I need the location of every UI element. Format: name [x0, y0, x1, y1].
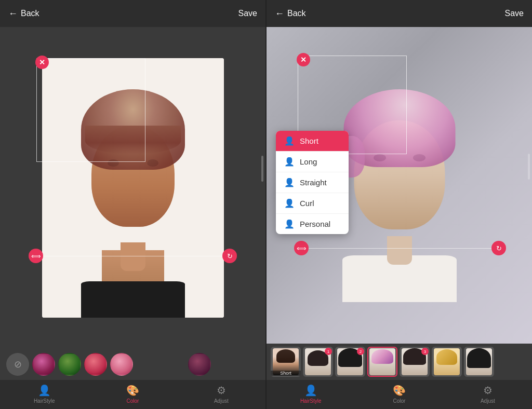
dropdown-item-personal[interactable]: 👤 Personal [276, 214, 349, 234]
dropdown-short-label: Short [300, 137, 318, 145]
dropdown-straight-label: Straight [300, 178, 327, 187]
color-swatch-7[interactable] [188, 353, 211, 376]
color-swatch-2[interactable] [58, 353, 81, 376]
color-swatch-5[interactable] [136, 353, 159, 376]
hair-thumb-1[interactable]: Short [271, 347, 301, 377]
right-dropdown-menu: 👤 Short 👤 Long 👤 Straight 👤 Curl 👤 Perso… [276, 131, 349, 234]
resize-left-icon-right: ⟺ [297, 244, 307, 252]
personal-icon: 👤 [284, 219, 295, 229]
rotate-right-icon-right: ↻ [496, 244, 502, 252]
hair-thumb-3[interactable]: 2 [335, 347, 365, 377]
hairstyle-icon-right: 👤 [304, 384, 317, 397]
adjust-icon-right: ⚙ [483, 384, 493, 397]
left-scroll-hint [261, 156, 263, 182]
color-swatch-3[interactable] [84, 353, 107, 376]
no-color-icon: ⊘ [14, 359, 22, 370]
left-face-close-button[interactable]: ✕ [35, 56, 49, 69]
dropdown-item-curl[interactable]: 👤 Curl [276, 193, 349, 214]
left-bottom-bar: ⊘ 👤 HairStyle 🎨 Color ⚙ Adjust [0, 349, 265, 409]
left-resize-right-handle[interactable]: ↻ [222, 249, 237, 263]
right-header: ← Back Save [267, 0, 532, 27]
hair-thumb-3-badge: 2 [357, 348, 364, 355]
hair-thumb-2-badge: 1 [325, 348, 332, 355]
right-color-label: Color [393, 398, 406, 404]
hair-thumb-1-label: Short [271, 371, 301, 376]
long-icon: 👤 [284, 157, 295, 167]
right-face-close-button[interactable]: ✕ [297, 53, 310, 66]
left-panel: ← Back Save ✕ [0, 0, 265, 409]
color-icon: 🎨 [126, 384, 139, 397]
curl-icon: 👤 [284, 198, 295, 208]
left-close-icon: ✕ [39, 58, 45, 66]
left-resize-left-handle[interactable]: ⟺ [29, 249, 43, 263]
left-tab-adjust[interactable]: ⚙ Adjust [177, 384, 265, 404]
hair-thumb-7[interactable] [464, 347, 494, 377]
right-photo-area: ✕ ⟺ ↻ 👤 Short 👤 Long 👤 Straight � [267, 27, 532, 344]
dropdown-item-long[interactable]: 👤 Long [276, 152, 349, 172]
dropdown-long-label: Long [300, 157, 317, 166]
right-back-label: Back [287, 9, 306, 18]
right-hairstyle-label: HairStyle [300, 398, 322, 404]
color-swatch-none[interactable]: ⊘ [6, 353, 29, 376]
left-tab-hairstyle[interactable]: 👤 HairStyle [0, 384, 88, 404]
hair-thumb-5[interactable]: 3 [400, 347, 430, 377]
left-bottom-nav: 👤 HairStyle 🎨 Color ⚙ Adjust [0, 380, 265, 409]
right-resize-right-handle[interactable]: ↻ [491, 241, 506, 255]
color-swatch-6[interactable] [162, 353, 185, 376]
left-portrait [42, 58, 224, 318]
right-bottom-bar: Short 1 2 [267, 344, 532, 409]
rotate-right-icon: ↻ [227, 252, 233, 260]
right-tab-adjust[interactable]: ⚙ Adjust [444, 384, 532, 404]
dropdown-personal-label: Personal [300, 220, 330, 228]
right-back-arrow-icon: ← [275, 8, 284, 19]
left-tab-color[interactable]: 🎨 Color [88, 384, 177, 404]
short-icon: 👤 [284, 136, 295, 146]
right-resize-left-handle[interactable]: ⟺ [294, 241, 309, 255]
right-tab-color[interactable]: 🎨 Color [355, 384, 443, 404]
hairstyle-icon: 👤 [38, 384, 51, 397]
hair-thumb-5-badge: 3 [421, 348, 429, 355]
left-photo-area: ✕ ⟺ ↻ [0, 27, 265, 349]
left-back-label: Back [21, 9, 39, 18]
right-tab-hairstyle[interactable]: 👤 HairStyle [267, 384, 355, 404]
left-adjust-label: Adjust [214, 398, 229, 404]
right-scroll-hint [528, 154, 530, 180]
right-panel: ← Back Save [265, 0, 532, 409]
left-save-button[interactable]: Save [238, 9, 257, 18]
right-close-icon: ✕ [300, 56, 307, 64]
left-back-button[interactable]: ← Back [8, 8, 39, 19]
left-color-label: Color [127, 398, 139, 404]
color-swatch-1[interactable] [32, 353, 55, 376]
left-hairstyle-label: HairStyle [34, 398, 55, 404]
right-back-button[interactable]: ← Back [275, 8, 306, 19]
left-header: ← Back Save [0, 0, 265, 27]
dropdown-item-straight[interactable]: 👤 Straight [276, 172, 349, 193]
left-back-arrow-icon: ← [8, 8, 18, 19]
hair-thumb-4[interactable] [367, 347, 397, 377]
adjust-icon-left: ⚙ [217, 384, 226, 397]
right-adjust-label: Adjust [481, 398, 495, 404]
hair-thumb-2[interactable]: 1 [303, 347, 333, 377]
straight-icon: 👤 [284, 178, 295, 187]
right-save-button[interactable]: Save [505, 9, 524, 18]
left-color-strip: ⊘ [0, 349, 265, 380]
color-icon-right: 🎨 [393, 384, 406, 397]
right-hair-strip: Short 1 2 [267, 344, 532, 380]
right-bottom-nav: 👤 HairStyle 🎨 Color ⚙ Adjust [267, 380, 532, 409]
hair-thumb-6[interactable] [432, 347, 462, 377]
dropdown-item-short[interactable]: 👤 Short [276, 131, 349, 152]
color-swatch-4[interactable] [110, 353, 133, 376]
resize-left-icon: ⟺ [31, 252, 41, 260]
dropdown-curl-label: Curl [300, 199, 314, 208]
